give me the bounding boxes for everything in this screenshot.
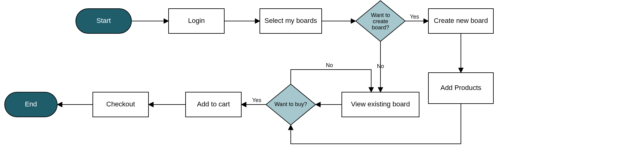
node-select-boards: Select my boards <box>260 9 322 33</box>
node-start: Start <box>76 9 131 33</box>
node-checkout-label: Checkout <box>106 100 135 108</box>
node-select-boards-label: Select my boards <box>264 17 317 24</box>
node-start-label: Start <box>97 17 111 24</box>
edge-decision-create-no-label: No <box>377 63 384 69</box>
node-decision-create-label-2: create <box>373 18 388 24</box>
node-create-board: Create new board <box>428 9 493 33</box>
node-view-board-label: View existing board <box>351 100 410 108</box>
node-login-label: Login <box>188 17 205 24</box>
node-create-board-label: Create new board <box>434 17 488 24</box>
edge-decision-create-yes-label: Yes <box>410 14 419 20</box>
node-decision-create: Want to create board? <box>356 1 405 41</box>
edge-decision-buy-no <box>291 70 371 92</box>
node-end: End <box>5 92 57 117</box>
node-add-to-cart-label: Add to cart <box>197 100 230 108</box>
node-add-to-cart: Add to cart <box>186 92 241 117</box>
node-checkout: Checkout <box>93 92 148 117</box>
node-view-board: View existing board <box>342 92 419 117</box>
node-decision-buy: Want to buy? <box>266 84 316 125</box>
edge-decision-buy-no-label: No <box>326 62 333 68</box>
node-add-products-label: Add Products <box>440 84 481 92</box>
edge-decision-buy-yes-label: Yes <box>252 97 261 103</box>
node-login: Login <box>169 9 224 33</box>
flowchart-canvas: Start Login Select my boards Want to cre… <box>0 0 644 167</box>
node-end-label: End <box>25 100 37 108</box>
node-decision-create-label-1: Want to <box>371 12 390 18</box>
node-decision-buy-label: Want to buy? <box>274 101 307 107</box>
node-add-products: Add Products <box>428 73 493 104</box>
node-decision-create-label-3: board? <box>372 24 389 31</box>
